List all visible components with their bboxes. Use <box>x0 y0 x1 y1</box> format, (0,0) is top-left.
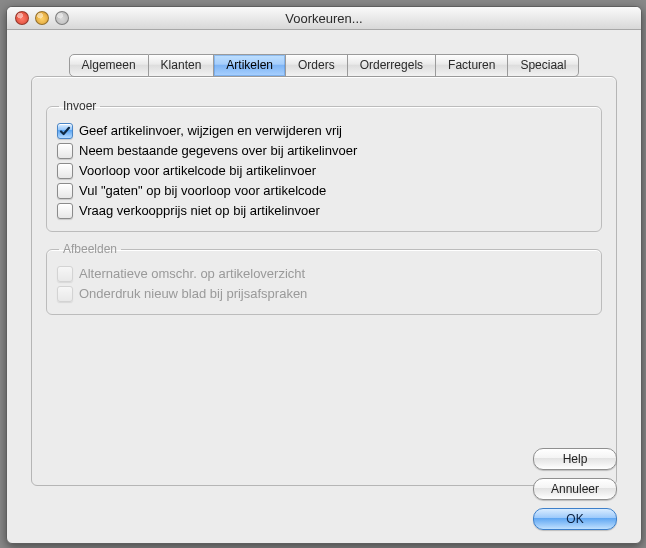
checkbox-row: Geef artikelinvoer, wijzigen en verwijde… <box>57 121 591 141</box>
checkbox-row: Vul "gaten" op bij voorloop voor artikel… <box>57 181 591 201</box>
checkbox-label: Neem bestaande gegevens over bij artikel… <box>79 142 357 160</box>
checkbox-label: Alternatieve omschr. op artikeloverzicht <box>79 265 305 283</box>
content-area: Algemeen Klanten Artikelen Orders Orderr… <box>7 30 641 544</box>
tab-orders[interactable]: Orders <box>286 54 348 77</box>
checkbox-geef-artikelinvoer-vrij[interactable] <box>57 123 73 139</box>
checkbox-voorloop-artikelcode[interactable] <box>57 163 73 179</box>
tab-artikelen[interactable]: Artikelen <box>214 54 286 77</box>
tab-klanten[interactable]: Klanten <box>149 54 215 77</box>
checkbox-label: Geef artikelinvoer, wijzigen en verwijde… <box>79 122 342 140</box>
checkbox-row: Voorloop voor artikelcode bij artikelinv… <box>57 161 591 181</box>
checkbox-row: Alternatieve omschr. op artikeloverzicht <box>57 264 591 284</box>
group-afbeelden: Afbeelden Alternatieve omschr. op artike… <box>46 242 602 315</box>
checkbox-row: Onderdruk nieuw blad bij prijsafspraken <box>57 284 591 304</box>
close-window-button[interactable] <box>15 11 29 25</box>
checkbox-label: Voorloop voor artikelcode bij artikelinv… <box>79 162 316 180</box>
checkbox-row: Vraag verkoopprijs niet op bij artikelin… <box>57 201 591 221</box>
checkbox-row: Neem bestaande gegevens over bij artikel… <box>57 141 591 161</box>
checkbox-vul-gaten[interactable] <box>57 183 73 199</box>
group-afbeelden-legend: Afbeelden <box>59 242 121 256</box>
help-button[interactable]: Help <box>533 448 617 470</box>
window-controls <box>7 11 69 25</box>
checkbox-label: Vraag verkoopprijs niet op bij artikelin… <box>79 202 320 220</box>
tab-facturen[interactable]: Facturen <box>436 54 508 77</box>
checkbox-label: Onderdruk nieuw blad bij prijsafspraken <box>79 285 307 303</box>
group-invoer-legend: Invoer <box>59 99 100 113</box>
group-invoer: Invoer Geef artikelinvoer, wijzigen en v… <box>46 99 602 232</box>
checkbox-neem-bestaande-gegevens[interactable] <box>57 143 73 159</box>
checkbox-label: Vul "gaten" op bij voorloop voor artikel… <box>79 182 326 200</box>
tab-algemeen[interactable]: Algemeen <box>69 54 149 77</box>
tab-speciaal[interactable]: Speciaal <box>508 54 579 77</box>
checkbox-alternatieve-omschr <box>57 266 73 282</box>
checkbox-vraag-verkoopprijs[interactable] <box>57 203 73 219</box>
zoom-window-button[interactable] <box>55 11 69 25</box>
window-title: Voorkeuren... <box>7 11 641 26</box>
button-column: Help Annuleer OK <box>533 448 617 530</box>
cancel-button[interactable]: Annuleer <box>533 478 617 500</box>
ok-button[interactable]: OK <box>533 508 617 530</box>
titlebar: Voorkeuren... <box>7 7 641 30</box>
tab-orderregels[interactable]: Orderregels <box>348 54 436 77</box>
preferences-window: Voorkeuren... Algemeen Klanten Artikelen… <box>6 6 642 544</box>
checkbox-onderdruk-nieuw-blad <box>57 286 73 302</box>
tab-panel: Invoer Geef artikelinvoer, wijzigen en v… <box>31 76 617 486</box>
minimize-window-button[interactable] <box>35 11 49 25</box>
tab-strip: Algemeen Klanten Artikelen Orders Orderr… <box>31 54 617 77</box>
